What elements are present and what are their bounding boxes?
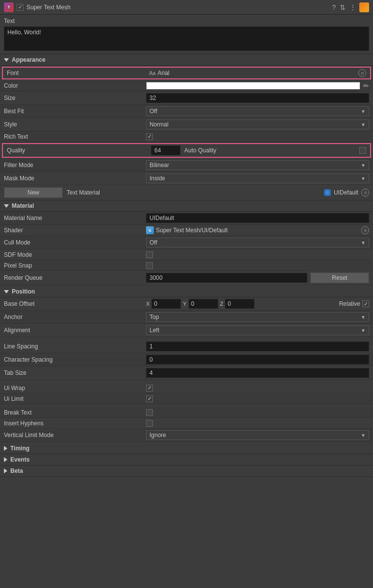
quality-label: Quality xyxy=(7,147,149,154)
settings-icon[interactable]: ⇅ xyxy=(340,3,346,11)
style-label: Style xyxy=(4,121,146,128)
font-type-icon: Aa xyxy=(149,70,155,76)
best-fit-arrow-icon: ▼ xyxy=(361,109,366,114)
sdf-mode-row: SDF Mode xyxy=(0,249,373,260)
style-value: Normal xyxy=(149,121,169,128)
vertical-limit-mode-label: Vertical Limit Mode xyxy=(4,432,146,439)
rich-text-label: Rich Text xyxy=(4,133,146,140)
help-icon[interactable]: ? xyxy=(332,3,336,11)
new-button[interactable]: New xyxy=(4,187,63,198)
position-section-label: Position xyxy=(12,288,35,295)
insert-hyphens-label: Insert Hyphens xyxy=(4,420,146,427)
y-input[interactable] xyxy=(189,299,218,309)
character-spacing-label: Character Spacing xyxy=(4,356,146,363)
ui-wrap-checkbox[interactable] xyxy=(146,385,153,392)
shader-row: Shader S Super Text Mesh/UI/Default ⊙ xyxy=(0,225,373,236)
ui-limit-row: Ui Limit xyxy=(0,393,373,404)
size-row: Size xyxy=(0,92,373,105)
material-section-header[interactable]: Material xyxy=(0,200,373,212)
vertical-limit-mode-dropdown[interactable]: Ignore ▼ xyxy=(146,430,369,440)
cull-mode-value: Off xyxy=(149,239,157,246)
character-spacing-value-container xyxy=(146,355,369,365)
ui-default-select-icon[interactable]: ⊙ xyxy=(361,189,369,196)
ui-limit-checkbox[interactable] xyxy=(146,395,153,402)
material-collapse-icon xyxy=(4,204,9,208)
material-section-label: Material xyxy=(12,202,34,209)
rich-text-row: Rich Text xyxy=(0,131,373,142)
appearance-section-header[interactable]: Appearance xyxy=(0,54,373,66)
style-dropdown[interactable]: Normal ▼ xyxy=(146,120,369,129)
cull-mode-dropdown[interactable]: Off ▼ xyxy=(146,238,369,247)
render-queue-label: Render Queue xyxy=(4,274,146,281)
font-label: Font xyxy=(7,70,149,76)
z-input[interactable] xyxy=(225,299,254,309)
beta-section-header[interactable]: Beta xyxy=(0,466,373,477)
size-label: Size xyxy=(4,95,146,101)
insert-hyphens-checkbox[interactable] xyxy=(146,420,153,427)
auto-quality-checkbox[interactable] xyxy=(359,147,366,154)
render-queue-input[interactable] xyxy=(146,273,307,283)
timing-expand-icon xyxy=(4,446,7,451)
ui-default-label: UIDefault xyxy=(334,189,358,196)
font-select-icon[interactable]: ⊙ xyxy=(358,69,366,77)
filter-mode-row: Filter Mode Bilinear ▼ xyxy=(0,159,373,172)
cull-mode-row: Cull Mode Off ▼ xyxy=(0,236,373,249)
vertical-limit-mode-row: Vertical Limit Mode Ignore ▼ xyxy=(0,429,373,442)
material-name-label: Material Name xyxy=(4,215,146,221)
relative-checkbox[interactable] xyxy=(362,300,369,307)
anchor-value: Top xyxy=(149,314,159,320)
text-material-row: New Text Material UIDefault ⊙ xyxy=(0,185,373,200)
mask-mode-value-container: Inside ▼ xyxy=(146,173,369,183)
break-text-checkbox[interactable] xyxy=(146,409,153,416)
menu-icon[interactable]: ⋮ xyxy=(349,3,356,11)
position-collapse-icon xyxy=(4,290,9,294)
tab-size-row: Tab Size xyxy=(0,367,373,380)
filter-mode-value-container: Bilinear ▼ xyxy=(146,160,369,170)
position-section-header[interactable]: Position xyxy=(0,286,373,297)
rich-text-value-container xyxy=(146,133,369,140)
alignment-dropdown[interactable]: Left ▼ xyxy=(146,325,369,335)
font-value-container: Aa Arial ⊙ xyxy=(149,69,366,77)
anchor-row: Anchor Top ▼ xyxy=(0,311,373,324)
anchor-dropdown[interactable]: Top ▼ xyxy=(146,312,369,322)
line-spacing-input[interactable] xyxy=(146,342,369,351)
pixel-snap-checkbox[interactable] xyxy=(146,262,153,269)
color-picker-icon[interactable]: ✏ xyxy=(363,82,369,90)
rich-text-checkbox[interactable] xyxy=(146,133,153,140)
component-enabled-checkbox[interactable] xyxy=(17,4,24,11)
timing-section-header[interactable]: Timing xyxy=(0,443,373,454)
break-text-label: Break Text xyxy=(4,409,146,416)
color-value-container: ✏ xyxy=(146,82,369,90)
shader-select-icon[interactable]: ⊙ xyxy=(361,226,369,234)
filter-mode-dropdown[interactable]: Bilinear ▼ xyxy=(146,160,369,170)
best-fit-dropdown[interactable]: Off ▼ xyxy=(146,106,369,116)
base-offset-row: Base Offset X Y Z Relative xyxy=(0,297,373,311)
filter-mode-arrow-icon: ▼ xyxy=(361,163,366,168)
render-queue-value-container: Reset xyxy=(146,272,369,283)
break-text-row: Break Text xyxy=(0,407,373,418)
mask-mode-dropdown[interactable]: Inside ▼ xyxy=(146,173,369,183)
xyz-inputs: X Y Z xyxy=(146,299,335,309)
render-queue-row: Render Queue Reset xyxy=(0,271,373,285)
sdf-mode-checkbox[interactable] xyxy=(146,251,153,258)
ui-limit-label: Ui Limit xyxy=(4,395,146,402)
tab-size-input[interactable] xyxy=(146,368,369,378)
z-label: Z xyxy=(220,301,224,307)
character-spacing-input[interactable] xyxy=(146,355,369,365)
x-input[interactable] xyxy=(151,299,181,309)
cull-mode-label: Cull Mode xyxy=(4,239,146,246)
size-input[interactable] xyxy=(146,93,369,103)
font-row: Font Aa Arial ⊙ xyxy=(3,68,370,78)
color-label: Color xyxy=(4,82,146,89)
events-section-header[interactable]: Events xyxy=(0,454,373,466)
quality-input[interactable] xyxy=(151,146,180,155)
reset-button[interactable]: Reset xyxy=(310,272,369,283)
ui-wrap-row: Ui Wrap xyxy=(0,383,373,393)
text-label: Text xyxy=(4,18,369,24)
text-input[interactable]: Hello, World! xyxy=(4,26,369,51)
events-section-label: Events xyxy=(10,456,29,463)
vertical-limit-mode-value: Ignore xyxy=(149,432,166,439)
anchor-value-container: Top ▼ xyxy=(146,312,369,322)
material-name-input[interactable] xyxy=(146,213,369,223)
color-bar[interactable] xyxy=(146,82,360,90)
